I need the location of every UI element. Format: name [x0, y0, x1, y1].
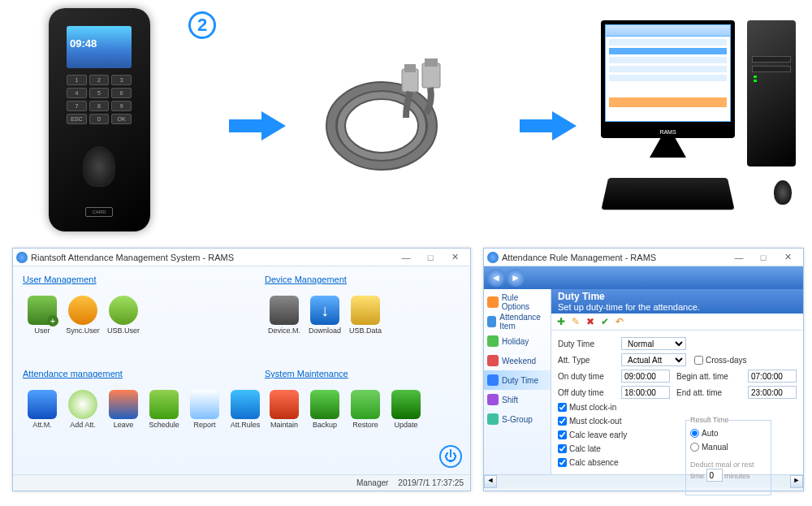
- begin-att-time-input[interactable]: [748, 370, 797, 383]
- svg-rect-5: [422, 63, 440, 88]
- arrow-icon: [229, 110, 286, 142]
- group-user-management: User Management: [23, 275, 143, 284]
- window-title: Riantsoft Attendance Management System -…: [31, 253, 394, 262]
- group-attendance-management: Attendance management: [23, 369, 265, 378]
- keyboard-icon: [601, 178, 734, 210]
- result-manual-radio[interactable]: [690, 443, 699, 452]
- terminal-time: 09:48: [70, 37, 97, 50]
- backup-button[interactable]: Backup: [305, 382, 344, 429]
- app-icon: [16, 252, 28, 263]
- calc-late-checkbox[interactable]: [558, 444, 567, 453]
- nav-toolbar: ◄ ►: [484, 266, 803, 289]
- svg-rect-7: [402, 69, 418, 92]
- sidebar-item-rule-options[interactable]: Rule Options: [484, 292, 551, 312]
- sidebar-item-s-group[interactable]: S-Group: [484, 409, 551, 429]
- download-button[interactable]: Download: [305, 288, 344, 335]
- arrow-icon: [520, 110, 577, 142]
- minimize-button[interactable]: —: [394, 253, 418, 262]
- nav-back-button[interactable]: ◄: [487, 269, 505, 287]
- status-bar: Manager 2019/7/1 17:37:25: [13, 474, 470, 491]
- mouse-icon: [774, 180, 792, 205]
- svg-rect-8: [404, 64, 416, 72]
- sidebar: Rule Options Attendance Item Holiday Wee…: [484, 289, 551, 474]
- duty-time-form: Duty Time Normal Att. Type Actual Att Cr…: [551, 331, 803, 474]
- result-time-fieldset: Result Time Auto Manual Deduct meal or r…: [685, 416, 771, 495]
- schedule-button[interactable]: Schedule: [145, 382, 184, 429]
- pc-tower: [747, 20, 796, 167]
- maintain-button[interactable]: Maintain: [265, 382, 304, 429]
- titlebar: Riantsoft Attendance Management System -…: [13, 249, 470, 266]
- end-att-time-input[interactable]: [748, 386, 797, 399]
- add-att-button[interactable]: Add Att.: [63, 382, 102, 429]
- result-auto-radio[interactable]: [690, 429, 699, 438]
- att-rules-button[interactable]: Att.Rules: [226, 382, 265, 429]
- must-clock-out-checkbox[interactable]: [558, 417, 567, 426]
- sync-user-button[interactable]: Sync.User: [63, 288, 102, 335]
- delete-button[interactable]: ✖: [584, 315, 597, 328]
- confirm-button[interactable]: ✔: [598, 315, 611, 328]
- usb-data-button[interactable]: USB.Data: [346, 288, 385, 335]
- sidebar-item-shift[interactable]: Shift: [484, 390, 551, 409]
- undo-button[interactable]: ↶: [613, 315, 626, 328]
- rams-main-window: Riantsoft Attendance Management System -…: [12, 248, 471, 491]
- titlebar: Attendance Rule Management - RAMS — □ ✕: [484, 249, 803, 266]
- close-button[interactable]: ✕: [443, 252, 467, 262]
- content-header: Duty Time Set up duty-time for the atten…: [551, 289, 803, 314]
- deduct-input[interactable]: [706, 469, 723, 482]
- nav-forward-button[interactable]: ►: [507, 269, 525, 287]
- app-icon: [487, 252, 499, 263]
- desktop-computer: RAMS: [601, 20, 796, 219]
- calc-absence-checkbox[interactable]: [558, 458, 567, 467]
- sidebar-item-weekend[interactable]: Weekend: [484, 351, 551, 370]
- device-m-button[interactable]: Device.M.: [265, 288, 304, 335]
- terminal-screen: 09:48: [67, 26, 132, 68]
- content-toolbar: ✚ ✎ ✖ ✔ ↶: [551, 314, 803, 331]
- duty-time-select[interactable]: Normal: [621, 337, 686, 350]
- svg-marker-9: [520, 111, 577, 141]
- group-device-management: Device Management: [265, 275, 385, 284]
- sidebar-item-attendance-item[interactable]: Attendance Item: [484, 312, 551, 331]
- step-badge: 2: [188, 11, 216, 39]
- maximize-button[interactable]: □: [751, 253, 775, 262]
- off-duty-time-input[interactable]: [621, 386, 670, 399]
- connection-diagram: 09:48 123 456 789 ESC0OK CARD 2: [0, 0, 812, 236]
- sidebar-item-holiday[interactable]: Holiday: [484, 331, 551, 351]
- monitor: RAMS: [601, 20, 735, 138]
- leave-button[interactable]: Leave: [104, 382, 143, 429]
- close-button[interactable]: ✕: [775, 252, 800, 262]
- minimize-button[interactable]: —: [727, 253, 751, 262]
- edit-button[interactable]: ✎: [569, 315, 582, 328]
- maximize-button[interactable]: □: [418, 253, 443, 262]
- power-button[interactable]: ⏻: [439, 445, 462, 468]
- restore-button[interactable]: Restore: [346, 382, 385, 429]
- usb-user-button[interactable]: USB.User: [104, 288, 143, 335]
- update-button[interactable]: Update: [387, 382, 425, 429]
- fingerprint-sensor-icon: [83, 146, 115, 187]
- group-system-maintenance: System Maintenance: [265, 369, 425, 378]
- window-title: Attendance Rule Management - RAMS: [502, 253, 727, 262]
- ethernet-cable: [300, 57, 463, 171]
- terminal-keypad: 123 456 789 ESC0OK: [67, 75, 132, 124]
- content-panel: Duty Time Set up duty-time for the atten…: [551, 289, 803, 474]
- att-type-select[interactable]: Actual Att: [621, 353, 686, 366]
- status-user: Manager: [356, 478, 388, 487]
- report-button[interactable]: Report: [185, 382, 224, 429]
- add-button[interactable]: ✚: [555, 315, 568, 328]
- calc-leave-early-checkbox[interactable]: [558, 430, 567, 439]
- must-clock-in-checkbox[interactable]: [558, 403, 567, 412]
- status-datetime: 2019/7/1 17:37:25: [398, 478, 464, 487]
- sidebar-item-duty-time[interactable]: Duty Time: [484, 370, 551, 390]
- card-slot: CARD: [85, 207, 113, 217]
- svg-marker-0: [229, 111, 286, 141]
- fingerprint-terminal: 09:48 123 456 789 ESC0OK CARD: [49, 8, 150, 231]
- attendance-rule-window: Attendance Rule Management - RAMS — □ ✕ …: [483, 248, 804, 491]
- user-button[interactable]: User: [23, 288, 62, 335]
- att-m-button[interactable]: Att.M.: [23, 382, 62, 429]
- svg-rect-6: [425, 58, 438, 67]
- cross-days-checkbox[interactable]: [694, 356, 703, 365]
- on-duty-time-input[interactable]: [621, 370, 670, 383]
